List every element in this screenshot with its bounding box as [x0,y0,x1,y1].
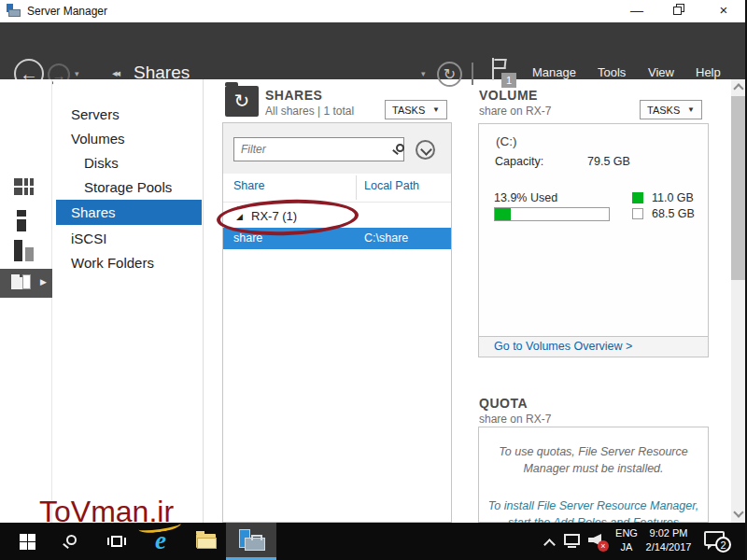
module-icon-strip: ▶ [0,79,52,523]
sidebar-item-disks[interactable]: Disks [53,151,202,175]
quota-box: To use quotas, File Server Resource Mana… [478,427,709,523]
used-progress-bar [494,207,610,221]
scrollbar-thumb[interactable] [731,96,747,280]
quota-install-link-line1[interactable]: To install File Server Resource Manager, [479,499,708,512]
tray-expand-icon[interactable] [543,539,556,551]
used-percent-label: 13.9% Used [494,191,557,204]
quota-title: QUOTA [479,396,528,411]
tray-date: 2/14/2017 [642,541,695,553]
local-path-cell: C:\share [364,231,408,245]
column-divider [356,175,357,200]
refresh-dropdown-caret-icon[interactable]: ▾ [421,69,426,78]
search-icon [396,144,404,152]
scroll-down-icon[interactable] [733,507,743,517]
search-icon [66,535,77,545]
close-button[interactable]: × [710,0,738,21]
vertical-scrollbar[interactable] [731,79,747,523]
used-legend-swatch [632,192,643,203]
column-header-local-path[interactable]: Local Path [364,179,419,192]
menu-tools[interactable]: Tools [598,65,626,79]
used-bar-fill [495,208,511,220]
shares-title: SHARES [265,88,322,103]
window-title: Server Manager [27,5,107,18]
all-servers-icon[interactable] [14,240,35,261]
network-icon[interactable] [564,534,580,545]
local-server-icon[interactable] [17,210,26,231]
server-manager-app-icon [7,4,21,18]
refresh-icon: ↻ [444,65,456,83]
volumes-overview-link[interactable]: Go to Volumes Overview > [494,340,632,353]
taskbar-clock[interactable]: 9:02 PM 2/14/2017 [642,523,695,560]
sidebar-item-work-folders[interactable]: Work Folders [53,251,202,274]
menu-manage[interactable]: Manage [532,65,576,79]
filter-input[interactable] [233,137,404,161]
server-manager-taskbar-button[interactable] [226,523,276,560]
sidebar-item-volumes[interactable]: Volumes [53,127,202,150]
volume-subtitle: share on RX-7 [479,105,551,118]
title-bar: Server Manager — × [0,0,747,22]
chevron-down-icon: ▼ [432,105,440,114]
windows-logo-icon [20,534,35,550]
chevron-down-icon: ▼ [687,105,695,114]
volume-box: (C:) Capacity: 79.5 GB 13.9% Used 11.0 G… [478,123,709,357]
task-view-icon [108,535,125,548]
shares-tasks-button[interactable]: TASKS ▼ [385,100,447,119]
dashboard-icon[interactable] [14,178,34,196]
volume-footer: Go to Volumes Overview > [479,336,708,357]
file-storage-services-icon[interactable]: ▶ [0,269,52,298]
menu-help[interactable]: Help [696,65,721,79]
free-legend-swatch [632,208,643,219]
language-indicator[interactable]: ENG JA [612,523,641,560]
shares-subtitle: All shares | 1 total [265,105,354,118]
column-header-share[interactable]: Share [233,179,264,192]
navigation-bar: ← → ▾ ◂◂ Shares ▾ ↻ 1 Manage Tools View … [0,22,747,79]
filter-bar [223,123,451,174]
flyout-arrow-icon: ▶ [40,277,47,287]
mute-badge-icon: × [598,540,609,552]
notifications-flag-button[interactable]: 1 [492,58,520,90]
server-manager-window: Server Manager — × ← → ▾ ◂◂ Shares ▾ ↻ 1… [0,0,747,560]
filter-options-button[interactable] [416,140,435,160]
sidebar-item-servers[interactable]: Servers [53,103,202,126]
sidebar-item-iscsi[interactable]: iSCSI [53,227,202,250]
volume-title: VOLUME [479,88,538,103]
tray-time: 9:02 PM [642,527,695,539]
sidebar-item-storage-pools[interactable]: Storage Pools [53,175,202,199]
minimize-button[interactable]: — [623,0,651,21]
used-value: 11.0 GB [652,191,694,204]
shares-tile: Share Local Path ◢ RX-7 (1) share C:\sha… [222,122,452,523]
storage-nav-list: Servers Volumes Disks Storage Pools Shar… [53,79,204,523]
volume-tasks-button[interactable]: TASKS ▼ [640,100,702,119]
action-center-badge: 2 [715,537,731,553]
file-explorer-button[interactable] [185,523,226,560]
quota-message-line2: Manager must be installed. [479,462,708,475]
capacity-label: Capacity: [495,155,543,168]
volume-name: (C:) [496,134,517,148]
notification-count-badge: 1 [501,73,516,88]
refresh-button[interactable]: ↻ [437,62,462,87]
scroll-up-icon[interactable] [733,83,743,93]
restore-button[interactable] [666,0,694,21]
folder-icon [196,534,216,548]
free-value: 68.5 GB [652,207,695,220]
breadcrumb-chevrons-icon: ◂◂ [112,67,119,79]
sidebar-item-shares[interactable]: Shares [56,200,202,225]
navbar-separator [472,63,473,85]
capacity-value: 79.5 GB [587,155,630,168]
shares-tile-icon: ↻ [225,86,259,117]
quota-subtitle: share on RX-7 [479,413,551,426]
history-dropdown-caret-icon[interactable]: ▾ [75,69,79,78]
menu-view[interactable]: View [648,65,674,79]
quota-message-line1: To use quotas, File Server Resource [479,445,708,458]
